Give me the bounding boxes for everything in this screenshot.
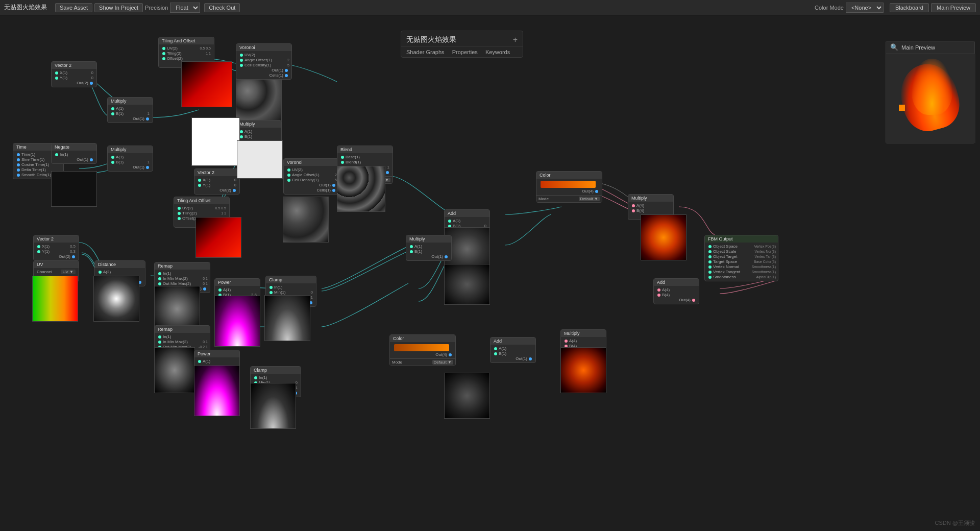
distance-node-header: Distance — [95, 261, 145, 268]
properties-link[interactable]: Properties — [452, 49, 478, 55]
shader-graphs-link[interactable]: Shader Graphs — [406, 49, 445, 55]
noise-preview-2 — [283, 197, 329, 243]
voronoi-node-2[interactable]: Voronoi UV(2) Angle Offset(1)2 Cell Dens… — [283, 158, 339, 195]
red-preview-1 — [181, 61, 232, 107]
blackboard-button[interactable]: Blackboard — [890, 3, 929, 12]
multiply-node-4-header: Multiply — [406, 235, 451, 243]
vector2-node-2-header: Vector 2 — [194, 169, 239, 176]
negate-node[interactable]: Negate In(1) Out(1) — [51, 143, 97, 164]
power-preview-2 — [194, 365, 240, 416]
vector2-node-2[interactable]: Vector 2 X(1)0 Y(1)0 Out(2) — [194, 168, 240, 195]
multiply-node-2-header: Multiply — [108, 146, 153, 153]
main-preview-panel: 🔍 Main Preview — [886, 41, 975, 143]
black-preview — [51, 171, 97, 207]
check-out-button[interactable]: Check Out — [204, 3, 240, 12]
color-node-lower[interactable]: Color Out(4) Mode Default ▼ — [389, 334, 456, 366]
search-icon: 🔍 — [890, 43, 898, 51]
shader-info-panel: 无贴图火焰效果 + Shader Graphs Properties Keywo… — [401, 31, 523, 58]
vector2-node-1[interactable]: Vector 2 X(1)0 Y(1)0 Out(2) — [51, 61, 97, 87]
main-preview-button[interactable]: Main Preview — [931, 3, 976, 12]
add-node-1-header: Add — [445, 210, 489, 217]
power-preview-1 — [214, 296, 260, 347]
tiling-offset-node-2-header: Tiling And Offset — [174, 197, 229, 204]
remap-preview-2 — [154, 347, 195, 393]
fire-preview-2 — [560, 347, 606, 393]
smoke-preview-right — [444, 373, 490, 419]
distance-preview — [93, 276, 139, 322]
keywords-link[interactable]: Keywords — [485, 49, 510, 55]
multiply-node-4[interactable]: Multiply A(1) B(1) Out(1) — [406, 235, 452, 261]
shader-info-title-text: 无贴图火焰效果 — [406, 35, 456, 44]
show-in-project-button[interactable]: Show In Project — [94, 3, 143, 12]
negate-node-header: Negate — [52, 143, 96, 151]
white-preview — [191, 117, 240, 166]
fire-preview-1 — [641, 214, 687, 260]
uv-node-header: UV — [34, 261, 79, 268]
watermark: CSDN @王须骏 — [935, 519, 975, 527]
preview-canvas — [886, 54, 975, 143]
multiply-node-2[interactable]: Multiply A(1) B(1)1 Out(1) — [107, 146, 153, 172]
white-preview-2 — [237, 140, 283, 179]
save-asset-button[interactable]: Save Asset — [55, 3, 92, 12]
vector2-node-3-header: Vector 2 — [34, 235, 79, 243]
power-node-2-header: Power — [194, 350, 239, 357]
multiply-node-1-header: Multiply — [108, 98, 153, 105]
blend-node-header: Blend — [337, 146, 393, 153]
orange-indicator — [899, 105, 905, 111]
color-mode-label: Color Mode — [815, 5, 844, 11]
voronoi-preview-1 — [236, 79, 282, 125]
voronoi-node-2-header: Voronoi — [284, 159, 339, 166]
fire-shape-2 — [912, 59, 952, 115]
vector2-node-1-header: Vector 2 — [52, 62, 96, 69]
fbm-output-header: FBM Output — [705, 235, 778, 243]
clamp-preview-1 — [264, 295, 310, 341]
fbm-output-node[interactable]: FBM Output Object SpaceVertex Pos(3) Obj… — [704, 235, 778, 281]
add-preview-2 — [444, 264, 490, 305]
add-node-2-header: Add — [491, 337, 535, 345]
add-node-3[interactable]: Add A(4) B(4) Out(4) — [653, 278, 699, 304]
color-node-right[interactable]: Color Out(4) Mode Default ▼ — [536, 171, 602, 203]
vector2-node-3[interactable]: Vector 2 X(1)0.5 Y(1)0.3 Out(2) — [33, 235, 79, 261]
add-node-2[interactable]: Add A(1) B(1) Out(1) — [490, 337, 536, 363]
precision-select[interactable]: Float — [170, 3, 200, 13]
clamp-node-1-header: Clamp — [266, 276, 316, 283]
shader-info-plus[interactable]: + — [513, 35, 518, 44]
multiply-node-5-header: Multiply — [628, 195, 673, 202]
tiling-offset-node-1-header: Tiling And Offset — [159, 37, 214, 44]
color-node-lower-header: Color — [390, 335, 455, 342]
voronoi-node-1-header: Voronoi — [236, 44, 291, 51]
color-node-right-header: Color — [536, 172, 602, 179]
multiply-node-1[interactable]: Multiply A(1) B(1)1 Out(1) — [107, 97, 153, 123]
uv-preview — [32, 276, 78, 322]
titlebar: 无贴图火焰效果 Save Asset Show In Project Preci… — [0, 0, 980, 15]
remap-node-1-header: Remap — [155, 262, 210, 270]
noise-preview-blend — [337, 166, 385, 212]
window-title: 无贴图火焰效果 — [4, 3, 47, 12]
main-preview-title-text: Main Preview — [901, 44, 935, 51]
add-node-3-header: Add — [654, 279, 699, 286]
multiply-node-6-header: Multiply — [561, 330, 606, 337]
clamp-preview-2 — [250, 383, 296, 429]
precision-label: Precision — [145, 5, 168, 11]
clamp-node-2-header: Clamp — [251, 367, 301, 374]
remap-node-2-header: Remap — [155, 326, 210, 333]
multiply-node-3-header: Multiply — [236, 120, 281, 128]
voronoi-node-1[interactable]: Voronoi UV(2) Angle Offset(1)2 Cell Dens… — [236, 43, 292, 80]
red-preview-2 — [195, 217, 241, 258]
color-mode-select[interactable]: <None> — [846, 3, 884, 13]
power-node-1-header: Power — [215, 279, 260, 286]
node-graph-canvas[interactable]: Time Time(1) Sine Time(1) Cosine Time(1)… — [0, 15, 980, 531]
connections-svg — [0, 15, 980, 531]
